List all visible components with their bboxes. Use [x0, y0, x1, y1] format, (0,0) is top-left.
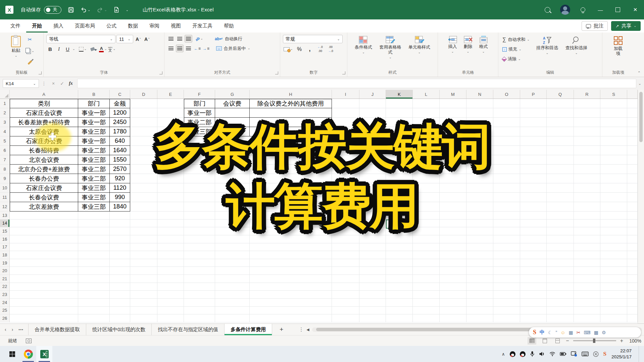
grid-cell[interactable]: [332, 291, 359, 299]
microphone-icon[interactable]: [530, 351, 535, 357]
grid-cell[interactable]: [130, 275, 157, 283]
fill-button[interactable]: ↓填充⌄: [501, 45, 531, 53]
grid-cell[interactable]: [493, 202, 520, 212]
grid-cell[interactable]: [413, 99, 440, 108]
ribbon-tab-公式[interactable]: 公式: [101, 19, 122, 33]
grid-cell[interactable]: [466, 291, 493, 299]
grid-cell[interactable]: [627, 165, 638, 174]
column-header-partial[interactable]: [627, 90, 638, 99]
grid-cell[interactable]: [627, 275, 638, 283]
column-header-A[interactable]: A: [10, 90, 78, 99]
grid-cell[interactable]: [600, 155, 627, 165]
grid-cell[interactable]: [520, 155, 547, 165]
grid-cell[interactable]: [10, 220, 78, 228]
sheet-tab-合并单元格数据提取[interactable]: 合并单元格数据提取: [28, 324, 86, 335]
grid-cell[interactable]: [78, 267, 110, 275]
grid-cell[interactable]: 类别: [10, 99, 78, 108]
grid-cell[interactable]: [574, 227, 600, 235]
clear-button[interactable]: 清除⌄: [501, 55, 531, 63]
grid-cell[interactable]: [600, 127, 627, 136]
cell-styles-button[interactable]: 单元格样式 ⌄: [406, 35, 432, 68]
clock[interactable]: 22:07 2025/1/17: [611, 348, 632, 360]
grid-cell[interactable]: [359, 235, 386, 243]
grid-cell[interactable]: [627, 283, 638, 291]
grid-cell[interactable]: 事业二部: [78, 174, 110, 183]
grid-cell[interactable]: [184, 275, 215, 283]
grid-cell[interactable]: [157, 259, 184, 267]
grid-cell[interactable]: 北京办公费+差旅费: [10, 165, 78, 174]
grid-cell[interactable]: [493, 108, 520, 118]
grid-cell[interactable]: [184, 267, 215, 275]
grid-cell[interactable]: 事业三部: [78, 193, 110, 202]
grid-cell[interactable]: [520, 212, 547, 220]
cut-button[interactable]: ✂: [26, 36, 34, 43]
insert-cells-button[interactable]: 插入 ⌄: [446, 35, 459, 68]
insert-function-button[interactable]: fx: [66, 79, 75, 88]
grid-cell[interactable]: [157, 99, 184, 108]
grid-cell[interactable]: [359, 275, 386, 283]
page-break-view-button[interactable]: [553, 337, 562, 345]
grid-cell[interactable]: [215, 243, 250, 251]
grid-cell[interactable]: [574, 220, 600, 228]
column-header-E[interactable]: E: [157, 90, 184, 99]
grid-cell[interactable]: [574, 243, 600, 251]
grid-cell[interactable]: [130, 259, 157, 267]
conditional-formatting-button[interactable]: 条件格式 ⌄: [353, 35, 374, 68]
grid-cell[interactable]: [574, 299, 600, 307]
grid-cell[interactable]: [413, 307, 440, 315]
comma-style-button[interactable]: ,: [306, 45, 314, 53]
format-painter-button[interactable]: [26, 59, 34, 66]
grid-cell[interactable]: [600, 118, 627, 127]
sheet-tab-多条件计算费用[interactable]: 多条件计算费用: [225, 324, 272, 335]
grid-cell[interactable]: [520, 314, 547, 322]
taskbar-chrome-button[interactable]: [20, 346, 36, 362]
grid-cell[interactable]: [332, 275, 359, 283]
grid-cell[interactable]: [130, 235, 157, 243]
fill-color-button[interactable]: ⌄: [90, 45, 98, 53]
grid-cell[interactable]: [600, 267, 627, 275]
grid-cell[interactable]: [440, 275, 466, 283]
grid-cell[interactable]: [130, 267, 157, 275]
grid-cell[interactable]: [250, 259, 332, 267]
ribbon-tab-文件[interactable]: 文件: [5, 19, 26, 33]
grid-cell[interactable]: [493, 136, 520, 146]
grid-cell[interactable]: [627, 108, 638, 118]
paste-button[interactable]: 粘贴 ⌄: [9, 35, 23, 68]
grid-cell[interactable]: [627, 235, 638, 243]
grid-cell[interactable]: [547, 118, 574, 127]
vertical-scrollbar-thumb[interactable]: [639, 92, 643, 142]
grid-cell[interactable]: [215, 275, 250, 283]
grid-cell[interactable]: [574, 283, 600, 291]
font-size-select[interactable]: 11⌄: [116, 35, 133, 43]
zoom-level[interactable]: 100%: [627, 338, 641, 344]
grid-cell[interactable]: [359, 291, 386, 299]
row-header-6[interactable]: 6: [0, 146, 10, 155]
grid-cell[interactable]: [184, 283, 215, 291]
ime-mode-chinese[interactable]: 中: [540, 329, 545, 336]
grid-cell[interactable]: [547, 227, 574, 235]
grid-cell[interactable]: [574, 275, 600, 283]
grid-cell[interactable]: [627, 314, 638, 322]
grid-cell[interactable]: [332, 283, 359, 291]
grid-cell[interactable]: 石家庄会议费: [10, 108, 78, 118]
grid-cell[interactable]: [157, 243, 184, 251]
close-circle-icon[interactable]: [593, 351, 599, 357]
grid-cell[interactable]: [627, 99, 638, 108]
grid-cell[interactable]: [110, 314, 130, 322]
grid-cell[interactable]: [130, 291, 157, 299]
maximize-button[interactable]: [609, 0, 627, 19]
grid-cell[interactable]: [600, 275, 627, 283]
grid-cell[interactable]: 1200: [110, 108, 130, 118]
undo-dropdown[interactable]: ⌄: [88, 8, 90, 12]
grid-cell[interactable]: [493, 183, 520, 193]
grid-cell[interactable]: [130, 165, 157, 174]
row-header-26[interactable]: 26: [0, 314, 10, 322]
underline-dropdown-icon[interactable]: ⌄: [72, 48, 75, 51]
grid-cell[interactable]: [130, 136, 157, 146]
grid-cell[interactable]: [547, 299, 574, 307]
grid-cell[interactable]: [600, 291, 627, 299]
grid-cell[interactable]: [627, 299, 638, 307]
grid-cell[interactable]: [440, 99, 466, 108]
grid-cell[interactable]: [130, 174, 157, 183]
grid-cell[interactable]: 2570: [110, 165, 130, 174]
